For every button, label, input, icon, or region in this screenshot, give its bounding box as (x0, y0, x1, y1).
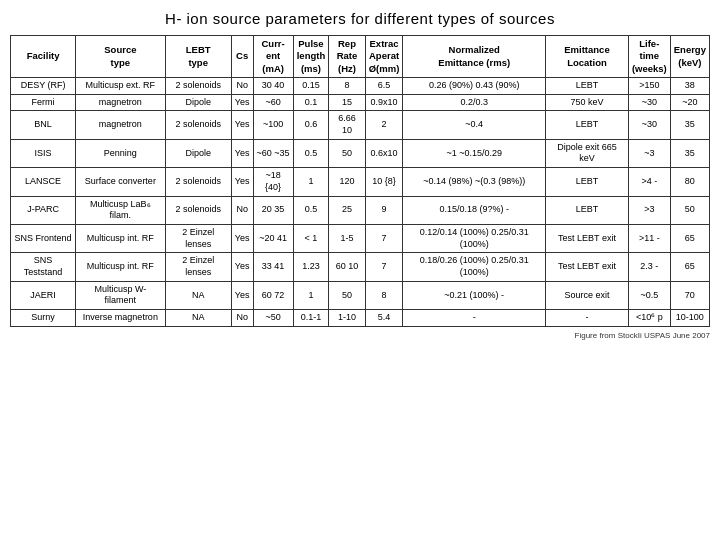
table-cell: 50 (670, 196, 709, 224)
table-cell: LEBT (546, 111, 629, 139)
table-cell: 0.15/0.18 (9?%) - (403, 196, 546, 224)
table-cell: 65 (670, 224, 709, 252)
table-cell: Surny (11, 310, 76, 327)
table-cell: magnetron (76, 111, 165, 139)
table-cell: 20 35 (253, 196, 293, 224)
table-cell: ~1 ~0.15/0.29 (403, 139, 546, 167)
table-cell: NA (165, 310, 231, 327)
table-cell: 0.5 (293, 196, 329, 224)
table-cell: >3 (628, 196, 670, 224)
table-row: BNLmagnetron2 solenoidsYes~1000.66.66 10… (11, 111, 710, 139)
table-cell: BNL (11, 111, 76, 139)
table-cell: 35 (670, 111, 709, 139)
table-cell: ~0.14 (98%) ~(0.3 (98%)) (403, 168, 546, 196)
table-cell: ~20 (670, 94, 709, 111)
table-cell: Dipole (165, 94, 231, 111)
table-cell: Yes (231, 111, 253, 139)
table-cell: ~3 (628, 139, 670, 167)
col-lebt: LEBTtype (165, 36, 231, 78)
table-cell: 6.66 10 (329, 111, 366, 139)
table-cell: ~0.5 (628, 281, 670, 309)
table-cell: 0.1 (293, 94, 329, 111)
table-cell: Dipole (165, 139, 231, 167)
table-cell: LANSCE (11, 168, 76, 196)
table-cell: Dipole exit 665 keV (546, 139, 629, 167)
table-cell: Multicusp LaB₆ filam. (76, 196, 165, 224)
col-rep: RepRate(Hz) (329, 36, 366, 78)
table-cell: ~30 (628, 111, 670, 139)
col-energy: Energy(keV) (670, 36, 709, 78)
table-cell: Multicusp int. RF (76, 253, 165, 281)
table-cell: 0.18/0.26 (100%) 0.25/0.31 (100%) (403, 253, 546, 281)
table-cell: 10 {8} (365, 168, 403, 196)
col-cs: Cs (231, 36, 253, 78)
table-cell: 15 (329, 94, 366, 111)
col-current: Curr-ent(mA) (253, 36, 293, 78)
table-cell: 65 (670, 253, 709, 281)
table-cell: 38 (670, 78, 709, 95)
table-cell: Yes (231, 94, 253, 111)
table-cell: Yes (231, 281, 253, 309)
table-cell: 0.6x10 (365, 139, 403, 167)
table-row: DESY (RF)Multicusp ext. RF2 solenoidsNo3… (11, 78, 710, 95)
table-cell: 30 40 (253, 78, 293, 95)
table-cell: 35 (670, 139, 709, 167)
table-cell: Test LEBT exit (546, 253, 629, 281)
table-cell: 7 (365, 224, 403, 252)
table-cell: 1 (293, 168, 329, 196)
table-cell: 5.4 (365, 310, 403, 327)
col-extrac: ExtracAperatØ(mm) (365, 36, 403, 78)
table-cell: - (546, 310, 629, 327)
table-cell: Penning (76, 139, 165, 167)
col-pulse: Pulselength(ms) (293, 36, 329, 78)
table-row: SurnyInverse magnetronNANo~500.1-11-105.… (11, 310, 710, 327)
table-cell: 0.15 (293, 78, 329, 95)
table-cell: 0.1-1 (293, 310, 329, 327)
table-cell: >4 - (628, 168, 670, 196)
table-cell: 0.2/0.3 (403, 94, 546, 111)
table-row: ISISPenningDipoleYes~60 ~350.5500.6x10~1… (11, 139, 710, 167)
table-cell: ~20 41 (253, 224, 293, 252)
table-cell: - (403, 310, 546, 327)
table-cell: 2 (365, 111, 403, 139)
table-cell: Yes (231, 253, 253, 281)
table-cell: 80 (670, 168, 709, 196)
table-cell: 2 Einzel lenses (165, 253, 231, 281)
table-cell: ~60 ~35 (253, 139, 293, 167)
table-cell: 0.6 (293, 111, 329, 139)
table-cell: ~50 (253, 310, 293, 327)
table-cell: 1.23 (293, 253, 329, 281)
table-cell: J-PARC (11, 196, 76, 224)
table-cell: magnetron (76, 94, 165, 111)
table-cell: <10⁶ p (628, 310, 670, 327)
table-cell: JAERI (11, 281, 76, 309)
table-cell: ~18 {40} (253, 168, 293, 196)
table-cell: LEBT (546, 78, 629, 95)
table-cell: 8 (365, 281, 403, 309)
footer-text: Figure from StockIi USPAS June 2007 (10, 331, 710, 340)
table-cell: 60 10 (329, 253, 366, 281)
table-cell: 1-5 (329, 224, 366, 252)
table-cell: No (231, 310, 253, 327)
table-cell: 2 solenoids (165, 168, 231, 196)
table-cell: Yes (231, 224, 253, 252)
table-cell: 25 (329, 196, 366, 224)
table-row: SNS FrontendMulticusp int. RF2 Einzel le… (11, 224, 710, 252)
table-cell: SNS Frontend (11, 224, 76, 252)
table-cell: 2 Einzel lenses (165, 224, 231, 252)
table-cell: SNS Teststand (11, 253, 76, 281)
table-row: FermimagnetronDipoleYes~600.1150.9x100.2… (11, 94, 710, 111)
col-emittance-loc: EmittanceLocation (546, 36, 629, 78)
table-row: J-PARCMulticusp LaB₆ filam.2 solenoidsNo… (11, 196, 710, 224)
table-row: JAERIMulticusp W-filamentNAYes60 721508~… (11, 281, 710, 309)
table-cell: ISIS (11, 139, 76, 167)
table-cell: 120 (329, 168, 366, 196)
table-cell: 6.5 (365, 78, 403, 95)
table-cell: Multicusp int. RF (76, 224, 165, 252)
table-cell: Fermi (11, 94, 76, 111)
table-cell: Inverse magnetron (76, 310, 165, 327)
table-cell: 2.3 - (628, 253, 670, 281)
table-cell: >11 - (628, 224, 670, 252)
table-cell: 9 (365, 196, 403, 224)
col-lifetime: Life-time(weeks) (628, 36, 670, 78)
